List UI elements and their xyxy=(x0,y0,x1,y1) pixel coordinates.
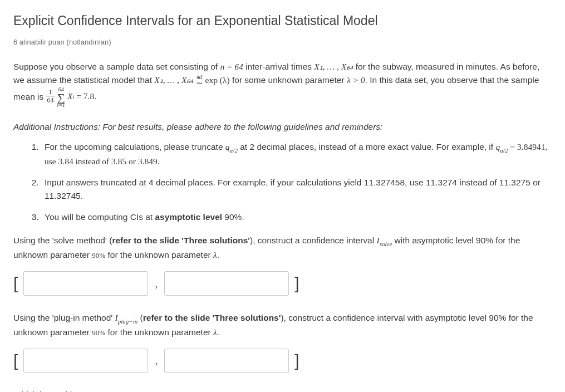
plugin-upper-input[interactable] xyxy=(164,349,289,373)
right-bracket: ] xyxy=(294,348,299,374)
instruction-1: For the upcoming calculations, please tr… xyxy=(41,140,552,168)
points-available: 6 alınabilir puan (notlandırılan) xyxy=(13,37,552,48)
solve-method-prompt: Using the 'solve method' (refer to the s… xyxy=(13,234,552,262)
instruction-3: You will be computing CIs at asymptotic … xyxy=(41,210,552,224)
iid-symbol: iid∼ xyxy=(196,75,203,86)
left-bracket: [ xyxy=(13,348,18,374)
math-n: n = 64 xyxy=(220,62,243,71)
math-distr: exp (λ) xyxy=(203,75,230,85)
comma: , xyxy=(154,354,159,374)
solve-upper-input[interactable] xyxy=(164,271,289,296)
instructions-heading: Additional Instructions: For best result… xyxy=(13,120,552,134)
solve-lower-input[interactable] xyxy=(23,271,148,296)
text: for some unknown parameter xyxy=(230,75,347,85)
instructions-list: For the upcoming calculations, please tr… xyxy=(13,140,552,224)
math-xrange: X₁, … , X₆₄ xyxy=(314,62,353,71)
plugin-interval-row: [ , ] xyxy=(13,348,552,374)
math-sample-mean: 164 64∑i=1 Xᵢ = 7.8. xyxy=(46,91,97,101)
solve-interval-row: [ , ] xyxy=(13,271,552,297)
text: inter-arrival times xyxy=(243,62,314,71)
plugin-lower-input[interactable] xyxy=(23,349,148,373)
problem-statement: Suppose you observe a sample data set co… xyxy=(13,60,552,262)
text: Suppose you observe a sample data set co… xyxy=(13,62,220,71)
comma: , xyxy=(154,277,159,297)
narrower-question: Which interval is narrower? xyxy=(13,388,552,392)
left-bracket: [ xyxy=(13,271,18,297)
math-xrange-2: X₁, … , X₆₄ xyxy=(154,75,193,85)
instruction-2: Input answers truncated at 4 decimal pla… xyxy=(41,176,552,203)
plugin-method-prompt: Using the 'plug-in method' Iplug−in (ref… xyxy=(13,311,552,339)
page-title: Explicit Confidence Intervals for an Exp… xyxy=(13,11,552,31)
right-bracket: ] xyxy=(294,271,299,297)
math-lambda-cond: λ > 0 xyxy=(347,75,365,85)
